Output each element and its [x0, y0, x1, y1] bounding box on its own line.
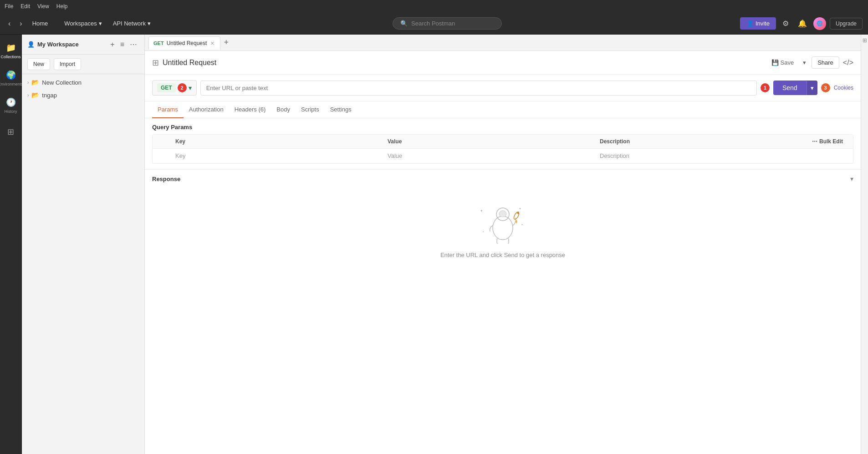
- svg-point-3: [513, 211, 520, 220]
- tab-settings[interactable]: Settings: [325, 101, 357, 118]
- response-collapse-button[interactable]: ▾: [850, 175, 853, 182]
- table-row: Key Value Description: [153, 149, 853, 163]
- cookies-label[interactable]: Cookies: [834, 85, 853, 91]
- tab-params[interactable]: Params: [152, 101, 184, 118]
- menu-edit[interactable]: Edit: [20, 3, 30, 10]
- new-panel-button[interactable]: New: [27, 58, 50, 70]
- send-btn-group: Send ▾: [773, 81, 817, 95]
- method-selector[interactable]: GET 2 ▾: [152, 80, 197, 96]
- request-title: Untitled Request: [163, 59, 216, 67]
- home-link[interactable]: Home: [29, 18, 52, 29]
- url-bar: GET 2 ▾ 1 Send ▾ 3 Cookies: [145, 75, 861, 101]
- workspace-actions: + ≡ ⋯: [108, 39, 139, 50]
- tab-close-button[interactable]: ×: [209, 40, 215, 47]
- avatar[interactable]: 🌐: [813, 17, 826, 30]
- sidebar-item-apps[interactable]: ⊞: [2, 120, 20, 146]
- row-value[interactable]: Value: [383, 149, 595, 163]
- workspaces-chevron: [99, 20, 102, 27]
- invite-button[interactable]: 👤 Invite: [740, 17, 776, 30]
- tabs-bar: GET Untitled Request × +: [145, 35, 861, 51]
- api-network-menu[interactable]: API Network: [109, 18, 154, 29]
- response-section: Response ▾: [145, 169, 861, 282]
- forward-button[interactable]: ›: [17, 18, 25, 30]
- workspace-name: 👤 My Workspace: [27, 41, 79, 48]
- apps-icon: ⊞: [7, 127, 14, 137]
- tab-headers[interactable]: Headers (6): [229, 101, 271, 118]
- key-col-header: Key: [171, 135, 383, 148]
- upgrade-button[interactable]: Upgrade: [830, 18, 863, 30]
- response-title: Response: [152, 176, 180, 182]
- history-icon: 🕐: [6, 97, 16, 107]
- content-area: GET Untitled Request × + ⊞ Untitled Requ…: [145, 35, 861, 454]
- environments-icon: 🌍: [6, 70, 16, 80]
- menu-file[interactable]: File: [5, 3, 13, 10]
- row-checkbox[interactable]: [153, 149, 171, 163]
- settings-button[interactable]: ⚙: [780, 17, 791, 30]
- url-input[interactable]: [200, 81, 757, 96]
- tab-authorization[interactable]: Authorization: [184, 101, 229, 118]
- panel-buttons: New Import: [22, 55, 144, 74]
- svg-text:✦: ✦: [521, 223, 523, 226]
- params-table-header: Key Value Description ⋯ Bulk Edit: [153, 135, 853, 149]
- request-type-icon: ⊞: [152, 58, 159, 68]
- desc-col-header: Description: [595, 135, 807, 148]
- request-panel: ⊞ Untitled Request 💾 Save ▾ Share </> GE…: [145, 51, 861, 454]
- sidebar-item-environments[interactable]: 🌍 Environments: [2, 66, 20, 91]
- tab-title: Untitled Request: [167, 40, 207, 46]
- add-tab-button[interactable]: +: [222, 38, 231, 47]
- sort-button[interactable]: ≡: [118, 39, 126, 50]
- response-placeholder: ✦ ✦ ✦ ✦ Enter the URL and click Send to …: [152, 182, 853, 277]
- save-button[interactable]: 💾 Save: [768, 57, 798, 68]
- method-badge: GET: [157, 83, 176, 92]
- more-options-button[interactable]: ⋯: [128, 39, 139, 50]
- svg-text:✦: ✦: [519, 207, 521, 210]
- list-item[interactable]: › 📂 tngap: [22, 89, 144, 101]
- avatar-icon: 🌐: [817, 20, 823, 26]
- menu-help[interactable]: Help: [56, 3, 68, 10]
- right-sidebar: ⊞: [861, 35, 868, 454]
- sidebar-item-history[interactable]: 🕐 History: [2, 93, 20, 118]
- list-item[interactable]: › 📂 New Collection: [22, 76, 144, 89]
- send-button[interactable]: Send: [773, 81, 807, 95]
- main-layout: 📁 Collections 🌍 Environments 🕐 History ⊞…: [0, 35, 868, 454]
- right-panel-icon[interactable]: ⊞: [862, 38, 868, 43]
- share-button[interactable]: Share: [812, 56, 839, 69]
- icon-sidebar: 📁 Collections 🌍 Environments 🕐 History ⊞: [0, 35, 22, 454]
- response-hint: Enter the URL and click Send to get a re…: [440, 252, 565, 258]
- badge-num-3: 3: [821, 83, 830, 92]
- request-actions: 💾 Save ▾ Share </>: [768, 56, 853, 69]
- request-tab[interactable]: GET Untitled Request ×: [148, 36, 220, 50]
- method-dropdown-icon: ▾: [189, 85, 192, 91]
- row-description[interactable]: Description: [595, 149, 807, 163]
- search-box[interactable]: 🔍 Search Postman: [393, 17, 502, 30]
- query-params-section: Query Params Key Value Description ⋯ Bul…: [145, 118, 861, 169]
- tab-body[interactable]: Body: [271, 101, 296, 118]
- notification-button[interactable]: 🔔: [795, 17, 810, 30]
- checkbox-col-header: [153, 135, 171, 148]
- send-dropdown-button[interactable]: ▾: [807, 81, 817, 95]
- svg-point-2: [499, 211, 506, 217]
- code-button[interactable]: </>: [843, 59, 853, 67]
- workspaces-menu[interactable]: Workspaces: [61, 18, 105, 29]
- astronaut-illustration: ✦ ✦ ✦ ✦: [475, 201, 530, 246]
- search-area: 🔍 Search Postman: [158, 17, 736, 30]
- row-key[interactable]: Key: [171, 149, 383, 163]
- collections-icon: 📁: [6, 43, 16, 53]
- tab-scripts[interactable]: Scripts: [296, 101, 325, 118]
- row-actions: [807, 149, 853, 163]
- import-button[interactable]: Import: [54, 58, 81, 70]
- add-collection-button[interactable]: +: [108, 39, 116, 50]
- tab-method-badge: GET: [153, 40, 164, 46]
- person-plus-icon: 👤: [746, 20, 754, 27]
- collection-list: › 📂 New Collection › 📂 tngap: [22, 74, 144, 454]
- panel-header: 👤 My Workspace + ≡ ⋯: [22, 35, 144, 55]
- sidebar-item-collections[interactable]: 📁 Collections: [2, 38, 20, 64]
- save-dropdown-button[interactable]: ▾: [801, 57, 808, 68]
- value-col-header: Value: [383, 135, 595, 148]
- request-title-area: ⊞ Untitled Request: [152, 58, 216, 68]
- menu-view[interactable]: View: [37, 3, 49, 10]
- back-button[interactable]: ‹: [5, 18, 13, 30]
- chevron-icon: ›: [27, 93, 29, 98]
- bulk-edit-button[interactable]: ⋯ Bulk Edit: [807, 135, 853, 148]
- nav-right: 👤 Invite ⚙ 🔔 🌐 Upgrade: [740, 17, 863, 30]
